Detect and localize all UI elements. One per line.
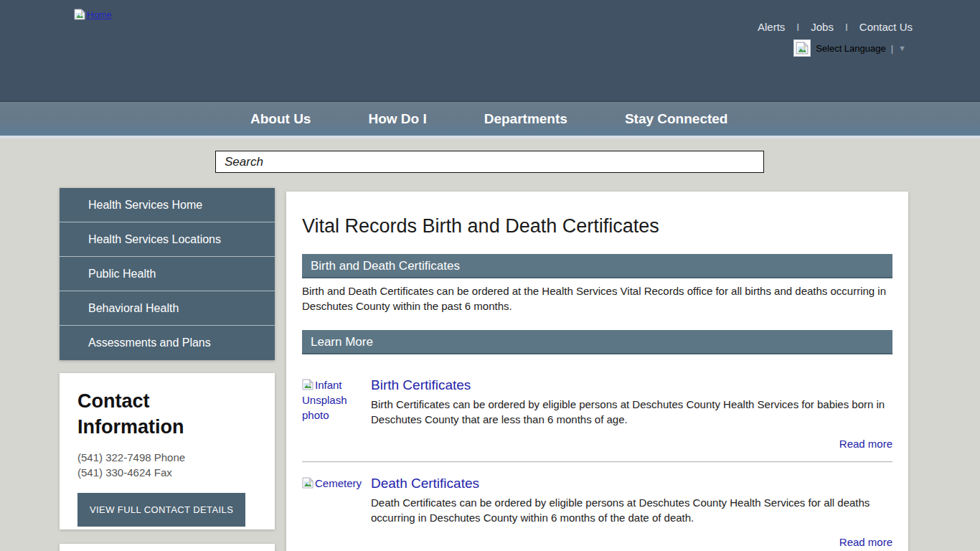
- nav-bottom-strip: [0, 136, 980, 138]
- contact-numbers: (541) 322-7498 Phone (541) 330-4624 Fax: [77, 450, 257, 480]
- view-full-contact-details-button[interactable]: VIEW FULL CONTACT DETAILS: [77, 493, 245, 527]
- utility-links: Alerts I Jobs I Contact Us: [758, 21, 913, 33]
- death-certificates-link[interactable]: Death Certificates: [371, 476, 892, 491]
- read-more-link[interactable]: Read more: [839, 536, 892, 548]
- language-divider: |: [891, 43, 893, 54]
- divider: [302, 461, 892, 463]
- broken-image-icon: [796, 42, 809, 55]
- birth-certificates-link[interactable]: Birth Certificates: [371, 377, 892, 393]
- broken-image-icon: [302, 477, 314, 489]
- broken-image-icon: [74, 9, 85, 20]
- section-menu: Health Services Home Health Services Loc…: [60, 188, 275, 360]
- article-body: Birth Certificates Birth Certificates ca…: [371, 377, 892, 450]
- search-input[interactable]: [215, 151, 764, 173]
- article-image-link[interactable]: Infant Unsplash photo: [302, 377, 371, 450]
- article-description: Death Certificates can be ordered by eli…: [371, 495, 892, 525]
- article-description: Birth Certificates can be ordered by eli…: [371, 397, 892, 427]
- birth-and-death-certificates-banner: Birth and Death Certificates: [302, 254, 892, 278]
- chevron-down-icon[interactable]: ▼: [898, 44, 906, 52]
- phone-number: (541) 322-7498 Phone: [77, 450, 257, 465]
- home-link[interactable]: Home: [74, 9, 112, 20]
- read-more-row: Read more: [371, 536, 892, 548]
- site-header: Home Alerts I Jobs I Contact Us Select L…: [0, 0, 980, 101]
- read-more-row: Read more: [371, 438, 892, 450]
- contact-information-card: Contact Information (541) 322-7498 Phone…: [60, 373, 275, 529]
- translate-icon-box[interactable]: [793, 39, 811, 57]
- sidebar-item-assessments-and-plans[interactable]: Assessments and Plans: [60, 326, 275, 360]
- page-title: Vital Records Birth and Death Certificat…: [302, 215, 892, 237]
- learn-more-banner: Learn More: [302, 330, 892, 354]
- sidebar-item-behavioral-health[interactable]: Behavioral Health: [60, 291, 275, 326]
- language-selector[interactable]: Select Language | ▼: [793, 39, 906, 57]
- nav-how-do-i[interactable]: How Do I: [368, 111, 426, 127]
- contact-us-link[interactable]: Contact Us: [859, 21, 913, 33]
- sidebar-item-health-services-locations[interactable]: Health Services Locations: [60, 222, 275, 257]
- article-body: Death Certificates Death Certificates ca…: [371, 476, 892, 548]
- sidebar-item-public-health[interactable]: Public Health: [60, 257, 275, 291]
- broken-image-icon: [302, 379, 314, 390]
- nav-about-us[interactable]: About Us: [250, 111, 311, 127]
- home-link-label: Home: [87, 9, 112, 20]
- nav-departments[interactable]: Departments: [484, 111, 567, 127]
- jobs-link[interactable]: Jobs: [811, 21, 834, 33]
- fax-number: (541) 330-4624 Fax: [77, 465, 257, 480]
- nav-stay-connected[interactable]: Stay Connected: [625, 111, 728, 127]
- link-separator: I: [845, 22, 848, 33]
- article-birth-certificates: Infant Unsplash photo Birth Certificates…: [302, 377, 892, 450]
- link-separator: I: [796, 22, 799, 33]
- sidebar-lower-card: [60, 544, 275, 551]
- main-content: Vital Records Birth and Death Certificat…: [286, 192, 908, 551]
- main-navigation: About Us How Do I Departments Stay Conne…: [0, 101, 980, 136]
- contact-information-title: Contact Information: [77, 389, 199, 441]
- alerts-link[interactable]: Alerts: [758, 21, 785, 33]
- image-alt-text: Cemetery: [315, 477, 362, 489]
- read-more-link[interactable]: Read more: [839, 438, 892, 450]
- article-death-certificates: Cemetery Death Certificates Death Certif…: [302, 476, 892, 548]
- article-image-link[interactable]: Cemetery: [302, 476, 371, 548]
- select-language-label[interactable]: Select Language: [816, 43, 886, 54]
- sidebar-item-health-services-home[interactable]: Health Services Home: [60, 188, 275, 222]
- intro-paragraph: Birth and Death Certificates can be orde…: [302, 283, 892, 314]
